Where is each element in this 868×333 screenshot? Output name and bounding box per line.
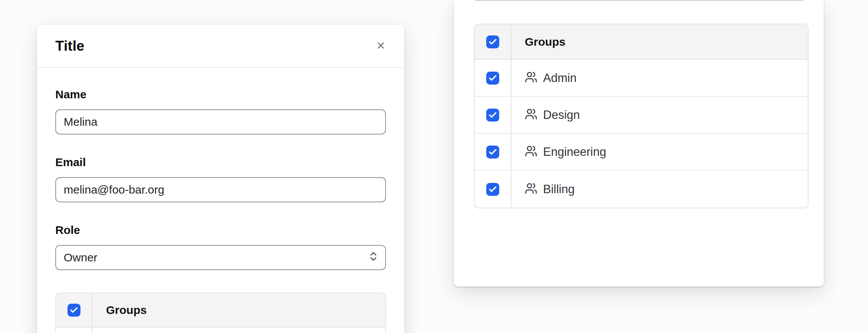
check-icon (69, 306, 79, 315)
check-icon (488, 185, 497, 194)
groups-table-header-row: Groups (56, 293, 385, 328)
edit-user-dialog: Title Name Email Role Owner (37, 25, 404, 333)
table-row-design: Design (475, 97, 808, 134)
users-icon (525, 71, 537, 85)
check-icon (488, 147, 497, 157)
row-checkbox-cell (475, 60, 511, 96)
role-label: Role (55, 224, 386, 237)
users-icon (525, 108, 537, 122)
close-icon (376, 40, 386, 52)
dialog-body: Name Email Role Owner (37, 68, 404, 333)
groups-header-cell: Groups (93, 293, 385, 327)
group-name: Design (543, 108, 580, 122)
row-checkbox[interactable] (486, 183, 499, 196)
row-checkbox-cell (475, 134, 511, 170)
check-icon (488, 74, 497, 83)
select-all-cell (56, 293, 93, 327)
users-icon (525, 145, 537, 159)
name-label: Name (55, 88, 386, 101)
groups-table: Groups Admin (474, 24, 809, 208)
role-select[interactable]: Owner (55, 245, 386, 270)
check-icon (488, 37, 497, 46)
row-label-cell: Engineering (511, 134, 808, 170)
group-name: Admin (543, 71, 577, 85)
groups-panel: Groups Admin (454, 0, 824, 287)
email-field: Email (55, 156, 386, 202)
dialog-title: Title (55, 38, 84, 54)
email-label: Email (55, 156, 386, 169)
row-checkbox-cell (475, 97, 511, 133)
close-button[interactable] (371, 37, 390, 55)
select-all-checkbox[interactable] (68, 304, 80, 317)
row-label-cell: Design (511, 97, 808, 133)
row-label-cell (93, 328, 385, 333)
groups-header-label: Groups (106, 304, 147, 317)
groups-table-header-row: Groups (475, 24, 808, 60)
row-checkbox[interactable] (486, 109, 499, 122)
dialog-groups-table: Groups (55, 293, 386, 333)
row-checkbox[interactable] (486, 72, 499, 85)
table-row-billing: Billing (475, 171, 808, 208)
group-name: Engineering (543, 145, 606, 159)
role-select-value: Owner (64, 251, 97, 264)
check-icon (488, 110, 497, 120)
email-input[interactable] (55, 177, 386, 202)
table-row-engineering: Engineering (475, 134, 808, 171)
row-label-cell: Billing (511, 171, 808, 208)
users-icon (525, 182, 537, 196)
row-label-cell: Admin (511, 60, 808, 96)
row-checkbox-cell (475, 171, 511, 208)
groups-header-label: Groups (525, 35, 566, 48)
dialog-header: Title (37, 25, 404, 68)
row-checkbox-cell (56, 328, 93, 333)
select-all-cell (475, 24, 511, 59)
table-row-admin: Admin (475, 60, 808, 97)
select-all-checkbox[interactable] (486, 35, 499, 48)
role-field: Role Owner (55, 224, 386, 270)
chevrons-up-down-icon (368, 251, 379, 265)
table-row (56, 328, 385, 333)
group-name: Billing (543, 183, 575, 196)
name-input[interactable] (55, 109, 386, 134)
groups-header-cell: Groups (511, 24, 808, 59)
clipped-field-border (475, 0, 803, 1)
name-field: Name (55, 88, 386, 134)
row-checkbox[interactable] (486, 146, 499, 158)
